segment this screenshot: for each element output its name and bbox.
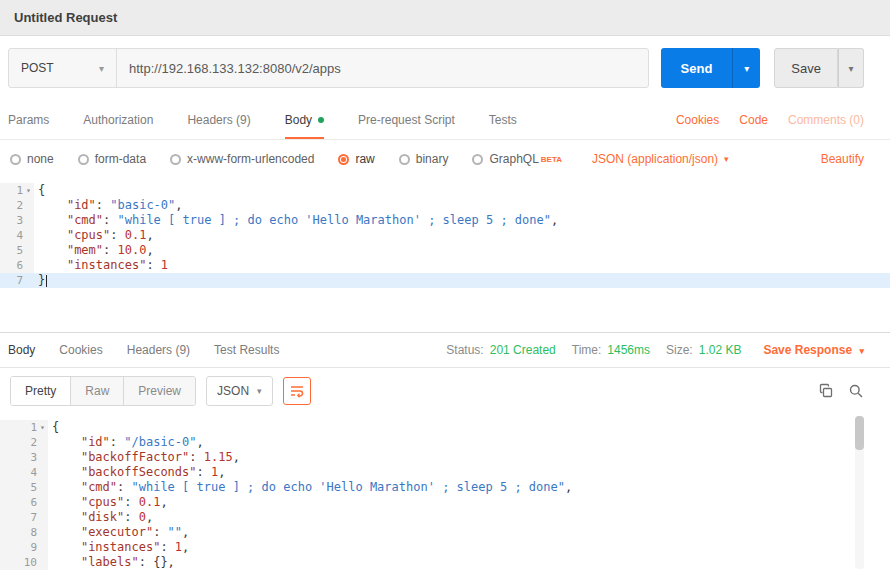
code-token: ,	[160, 495, 167, 509]
response-tab-body[interactable]: Body	[8, 343, 35, 357]
code-token: :	[139, 555, 153, 569]
code-line: 5 "mem": 10.0,	[0, 243, 890, 258]
code-link[interactable]: Code	[739, 113, 768, 127]
save-response-button[interactable]: Save Response ▾	[763, 343, 864, 357]
send-options-button[interactable]: ▾	[732, 48, 760, 88]
code-token: 1.15	[204, 450, 233, 464]
method-select[interactable]: POST ▾	[9, 49, 117, 87]
line-number: 9	[30, 540, 37, 555]
response-tab-cookies[interactable]: Cookies	[59, 343, 102, 357]
code-token: "id"	[81, 435, 110, 449]
line-number-gutter: 5	[0, 243, 34, 258]
text-cursor	[46, 275, 47, 287]
tab-body[interactable]: Body	[285, 100, 324, 139]
code-content: {	[48, 420, 59, 435]
response-code-lines: 1▾{2 "id": "/basic-0",3 "backoffFactor":…	[0, 420, 890, 570]
response-format-select[interactable]: JSON ▾	[206, 376, 273, 406]
chevron-down-icon: ▾	[257, 386, 262, 396]
save-button[interactable]: Save	[774, 48, 838, 88]
copy-response-button[interactable]	[818, 383, 834, 399]
code-content: "cmd": "while [ true ] ; do echo 'Hello …	[34, 213, 558, 228]
response-scrollbar-thumb[interactable]	[855, 416, 864, 450]
fold-spacer	[23, 258, 34, 273]
comments-link[interactable]: Comments (0)	[788, 113, 864, 127]
save-group: Save ▾	[774, 48, 864, 88]
bodytype-raw[interactable]: raw	[338, 152, 374, 166]
tab-params[interactable]: Params	[8, 100, 49, 139]
content-type-select[interactable]: JSON (application/json) ▾	[592, 152, 729, 166]
response-body-editor[interactable]: 1▾{2 "id": "/basic-0",3 "backoffFactor":…	[0, 414, 890, 571]
bodytype-binary[interactable]: binary	[399, 152, 449, 166]
url-input[interactable]	[117, 49, 648, 87]
search-response-button[interactable]	[848, 383, 864, 399]
fold-caret-icon[interactable]: ▾	[23, 183, 34, 198]
code-token: :	[124, 495, 138, 509]
code-token: :	[110, 435, 124, 449]
time-label: Time:	[572, 343, 602, 357]
code-token	[52, 435, 81, 449]
code-content: "id": "basic-0",	[34, 198, 183, 213]
fold-caret-icon[interactable]: ▾	[37, 420, 48, 435]
line-number: 3	[16, 213, 23, 228]
code-token: ,	[565, 480, 572, 494]
code-token: ,	[175, 198, 182, 212]
code-line: 9 "instances": 1,	[0, 540, 890, 555]
code-line: 6 "cpus": 0.1,	[0, 495, 890, 510]
request-title-bar: Untitled Request	[0, 0, 890, 36]
bodytype-none[interactable]: none	[10, 152, 54, 166]
line-number: 5	[16, 243, 23, 258]
method-value: POST	[21, 61, 54, 75]
beautify-link[interactable]: Beautify	[821, 152, 864, 166]
radio-icon	[170, 154, 181, 165]
code-content: "backoffFactor": 1.15,	[48, 450, 240, 465]
code-token	[38, 213, 67, 227]
code-line: 7}	[0, 273, 890, 288]
code-token: 0	[139, 510, 146, 524]
code-token: ,	[146, 228, 153, 242]
view-pretty-button[interactable]: Pretty	[11, 377, 71, 405]
code-content: "executor": "",	[48, 525, 189, 540]
line-number-gutter: 7	[0, 273, 34, 288]
response-scrollbar-track[interactable]	[855, 416, 864, 569]
code-token	[38, 243, 67, 257]
line-number-gutter: 4	[0, 228, 34, 243]
request-body-editor[interactable]: 1▾{2 "id": "basic-0",3 "cmd": "while [ t…	[0, 178, 890, 332]
line-number-gutter: 1▾	[0, 183, 34, 198]
code-content: "cpus": 0.1,	[48, 495, 168, 510]
code-content: "backoffSeconds": 1,	[48, 465, 225, 480]
code-token: "cmd"	[67, 213, 103, 227]
view-raw-button[interactable]: Raw	[71, 377, 124, 405]
code-token: ,	[182, 540, 189, 554]
code-token: ,	[233, 450, 240, 464]
view-preview-button[interactable]: Preview	[124, 377, 195, 405]
code-content: "cmd": "while [ true ] ; do echo 'Hello …	[48, 480, 572, 495]
code-line: 3 "cmd": "while [ true ] ; do echo 'Hell…	[0, 213, 890, 228]
response-tab-test-results[interactable]: Test Results	[214, 343, 279, 357]
tab-tests[interactable]: Tests	[489, 100, 517, 139]
bodytype-graphql[interactable]: GraphQL BETA	[472, 152, 562, 166]
fold-spacer	[37, 540, 48, 555]
code-token: "cpus"	[67, 228, 110, 242]
code-token: ""	[168, 525, 182, 539]
save-options-button[interactable]: ▾	[838, 48, 864, 88]
radio-icon	[78, 154, 89, 165]
line-number-gutter: 10	[0, 555, 48, 570]
code-token: {	[38, 183, 45, 197]
line-number-gutter: 9	[0, 540, 48, 555]
tab-pre-request-script[interactable]: Pre-request Script	[358, 100, 455, 139]
fold-spacer	[37, 435, 48, 450]
send-button[interactable]: Send	[661, 48, 733, 88]
tab-headers[interactable]: Headers (9)	[187, 100, 250, 139]
url-group: POST ▾	[8, 48, 649, 88]
tab-authorization[interactable]: Authorization	[83, 100, 153, 139]
bodytype-x-www-form-urlencoded[interactable]: x-www-form-urlencoded	[170, 152, 314, 166]
fold-spacer	[37, 465, 48, 480]
response-tab-headers[interactable]: Headers (9)	[127, 343, 190, 357]
radio-selected-icon	[338, 154, 349, 165]
code-line: 1▾{	[0, 420, 890, 435]
cookies-link[interactable]: Cookies	[676, 113, 719, 127]
code-token: :	[197, 465, 211, 479]
word-wrap-button[interactable]	[283, 377, 311, 405]
fold-spacer	[23, 198, 34, 213]
bodytype-form-data[interactable]: form-data	[78, 152, 146, 166]
